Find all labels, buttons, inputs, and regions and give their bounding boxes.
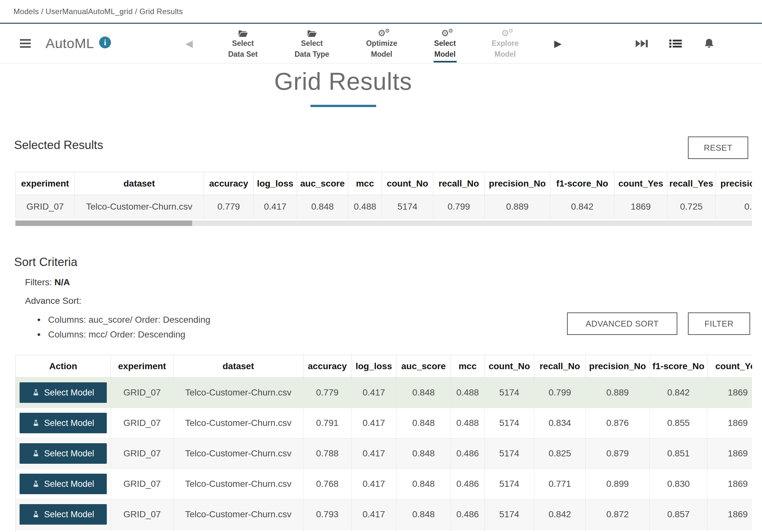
cell-value: 1869 bbox=[708, 377, 752, 408]
step-select-model[interactable]: ⚙⚙ Select Model bbox=[415, 24, 475, 63]
gears-icon: ⚙⚙ bbox=[441, 28, 449, 38]
cell-value: 0.417 bbox=[351, 377, 396, 408]
cell-value: 0.851 bbox=[650, 438, 708, 469]
result-row: Select Model GRID_07 Telco-Customer-Chur… bbox=[16, 438, 752, 469]
column-header: log_loss bbox=[351, 355, 396, 377]
step-select-data-set[interactable]: Select Data Set bbox=[210, 24, 276, 63]
column-header: experiment bbox=[16, 172, 75, 195]
prev-steps-arrow-icon[interactable]: ◀ bbox=[186, 24, 193, 63]
next-steps-arrow-icon[interactable]: ▶ bbox=[554, 24, 562, 63]
cell-value: 0.417 bbox=[351, 438, 396, 469]
select-model-button[interactable]: Select Model bbox=[20, 382, 107, 403]
cell-value: 0.889 bbox=[586, 377, 650, 408]
step-label: Select bbox=[301, 38, 323, 49]
column-header: mcc bbox=[348, 172, 382, 195]
column-header: precision_Yes bbox=[716, 172, 752, 195]
sort-criteria-heading: Sort Criteria bbox=[14, 255, 762, 269]
cell-value: 0.791 bbox=[303, 408, 351, 438]
result-row-partial: Select Model bbox=[16, 530, 752, 532]
app-title: AutoML bbox=[45, 35, 94, 51]
filter-button[interactable]: FILTER bbox=[688, 312, 750, 335]
step-label: Select bbox=[434, 38, 456, 49]
filters-line: Filters: N/A bbox=[14, 277, 762, 288]
automl-app: Models / UserManualAutoML_grid / Grid Re… bbox=[0, 0, 762, 532]
reset-button[interactable]: RESET bbox=[688, 137, 748, 159]
column-header: recall_No bbox=[534, 355, 586, 377]
step-label: Model bbox=[495, 49, 516, 60]
advanced-sort-button[interactable]: ADVANCED SORT bbox=[567, 312, 677, 335]
cell-value: 0.855 bbox=[650, 408, 708, 438]
column-header: precision_No bbox=[485, 172, 550, 195]
select-model-button[interactable]: Select Model bbox=[20, 443, 107, 464]
cell-value: 0.848 bbox=[297, 195, 348, 219]
cell-value: 1869 bbox=[708, 499, 752, 530]
result-row: Select Model GRID_07 Telco-Customer-Chur… bbox=[16, 499, 752, 530]
result-row: Select Model GRID_07 Telco-Customer-Chur… bbox=[16, 408, 752, 438]
flask-icon bbox=[32, 510, 40, 518]
info-icon[interactable]: i bbox=[99, 36, 111, 48]
bell-icon[interactable] bbox=[703, 38, 715, 49]
column-header: recall_No bbox=[433, 172, 485, 195]
cell-value: 1869 bbox=[708, 408, 752, 438]
column-header: accuracy bbox=[303, 355, 351, 377]
skip-end-icon[interactable] bbox=[635, 39, 648, 48]
column-header: f1-score_No bbox=[550, 172, 614, 195]
step-optimize-model[interactable]: ⚙⚙ Optimize Model bbox=[348, 24, 415, 63]
page-title-block: Grid Results bbox=[0, 63, 686, 107]
title-underline bbox=[310, 105, 376, 107]
cell-value: 0.848 bbox=[396, 469, 451, 499]
cell-value: 0.889 bbox=[485, 195, 550, 219]
cell-value: 0.876 bbox=[586, 408, 650, 438]
list-icon[interactable] bbox=[669, 38, 682, 49]
select-model-button[interactable]: Select Model bbox=[20, 474, 107, 494]
selected-results-section: Selected Results RESET experiment datase… bbox=[0, 138, 762, 226]
step-label: Data Set bbox=[228, 49, 258, 60]
selected-result-row: GRID_07 Telco-Customer-Churn.csv 0.779 0… bbox=[16, 195, 752, 219]
cell-action: Select Model bbox=[16, 499, 111, 530]
gears-icon: ⚙⚙ bbox=[377, 28, 386, 38]
column-header: mcc bbox=[451, 355, 485, 377]
cell-dataset: Telco-Customer-Churn.csv bbox=[174, 499, 303, 530]
cell-action: Select Model bbox=[16, 408, 111, 438]
cell-value: 1869 bbox=[708, 438, 752, 469]
cell-dataset: Telco-Customer-Churn.csv bbox=[174, 469, 303, 499]
column-header: experiment bbox=[111, 355, 174, 377]
cell-value: 0.848 bbox=[396, 408, 451, 438]
cell-value: 1869 bbox=[614, 195, 667, 219]
column-header: count_No bbox=[485, 355, 534, 377]
top-navbar: AutoML i ◀ Select Data Set bbox=[0, 24, 762, 63]
cell-value: 0.799 bbox=[534, 377, 586, 408]
breadcrumb[interactable]: Models / UserManualAutoML_grid / Grid Re… bbox=[14, 7, 183, 16]
step-label: Model bbox=[371, 49, 392, 60]
scrollbar-thumb[interactable] bbox=[15, 221, 192, 226]
cell-value: 0.417 bbox=[351, 408, 396, 438]
cell-value: 1869 bbox=[708, 469, 752, 499]
cell-dataset: Telco-Customer-Churn.csv bbox=[174, 377, 303, 408]
cell-value: 0.834 bbox=[534, 408, 586, 438]
select-model-button[interactable]: Select Model bbox=[20, 504, 107, 525]
cell-action: Select Model bbox=[16, 438, 111, 469]
cell-experiment: GRID_07 bbox=[111, 499, 174, 530]
cell-value: 0.788 bbox=[303, 438, 351, 469]
cell-value: 0.842 bbox=[650, 377, 708, 408]
cell-value: 0.486 bbox=[451, 499, 485, 530]
filters-value: N/A bbox=[54, 277, 70, 287]
column-header: f1-score_No bbox=[650, 355, 708, 377]
cell-value: 0.857 bbox=[650, 499, 708, 530]
cell-value: 0.488 bbox=[451, 377, 485, 408]
breadcrumb-bar: Models / UserManualAutoML_grid / Grid Re… bbox=[0, 0, 762, 24]
step-label: Model bbox=[434, 49, 455, 60]
menu-icon[interactable] bbox=[20, 39, 31, 48]
cell-dataset: Telco-Customer-Churn.csv bbox=[174, 438, 303, 469]
cell-value: 5174 bbox=[382, 195, 433, 219]
cell-value: 0.799 bbox=[433, 195, 485, 219]
cell-experiment: GRID_07 bbox=[111, 469, 174, 499]
cell-value: 0.417 bbox=[351, 499, 396, 530]
cell-dataset: Telco-Customer-Churn.csv bbox=[174, 408, 303, 438]
column-header: dataset bbox=[174, 355, 303, 377]
cell-experiment: GRID_07 bbox=[111, 408, 174, 438]
table-header-row: experiment dataset accuracy log_loss auc… bbox=[16, 172, 752, 195]
select-model-button[interactable]: Select Model bbox=[20, 413, 107, 433]
step-select-data-type[interactable]: Select Data Type bbox=[276, 24, 348, 63]
flask-icon bbox=[32, 419, 40, 427]
